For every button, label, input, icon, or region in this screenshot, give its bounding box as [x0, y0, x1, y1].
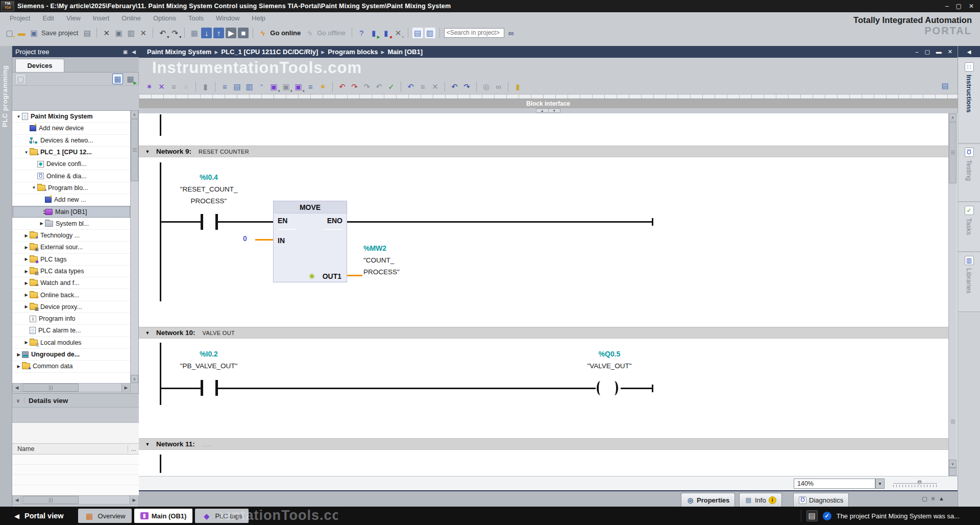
tree-item-main-ob1[interactable]: Main [OB1] — [12, 206, 131, 218]
go-online-label[interactable]: Go online — [270, 29, 301, 37]
scrollbar-thumb[interactable] — [22, 496, 79, 504]
operand-tag-valve-out[interactable]: %Q0.5 "VALVE_OUT" — [553, 348, 666, 372]
chevron-right-icon[interactable]: ▶ — [15, 352, 22, 357]
reset-start-values-icon[interactable]: ▮ — [200, 81, 211, 92]
undo-icon[interactable]: ↶▾ — [157, 28, 168, 38]
menu-insert[interactable]: Insert — [87, 13, 115, 23]
coil-symbol[interactable] — [597, 381, 604, 395]
split-editor-horizontal-icon[interactable]: ▤ — [412, 28, 423, 38]
minimize-icon[interactable]: – — [945, 3, 949, 10]
tree-item-program-info[interactable]: iProgram info — [12, 313, 131, 325]
portal-view-back-icon[interactable]: ◀ — [14, 512, 19, 520]
tree-item-devices-netwo[interactable]: Devices & netwo... — [12, 135, 131, 147]
collapse-network-icon[interactable]: ▼ — [139, 442, 156, 447]
details-view-header[interactable]: ∨ Details view — [12, 393, 139, 408]
delete-row-icon[interactable]: ≡ — [181, 81, 191, 92]
chevron-right-icon[interactable]: ▶ — [23, 257, 30, 261]
zoom-slider[interactable] — [893, 481, 937, 487]
chevron-right-icon[interactable]: ▶ — [23, 281, 30, 285]
symbolic-operands-icon[interactable]: ▣± — [293, 81, 304, 92]
menu-edit[interactable]: Edit — [37, 13, 59, 23]
absolute-operands-icon[interactable]: ▣± — [268, 81, 279, 92]
breadcrumb-item-1[interactable]: PLC_1 [CPU 1211C DC/DC/Rly] — [221, 48, 318, 56]
menu-online[interactable]: Online — [116, 13, 146, 23]
refresh-block-icon[interactable]: ↶ — [374, 81, 384, 92]
insert-network-icon[interactable]: ✶ — [144, 81, 155, 92]
tab-properties[interactable]: ◎ Properties — [681, 493, 735, 507]
tree-item-paint-mixing-system[interactable]: ▼Paint Mixing System — [12, 111, 131, 123]
stop-simulation-icon[interactable]: ▮■ — [381, 28, 391, 38]
scroll-down-icon[interactable]: ∨ — [949, 460, 957, 468]
hide-operands-icon[interactable]: ▣± — [281, 81, 291, 92]
search-input[interactable] — [444, 28, 504, 38]
tree-item-add-new-device[interactable]: ✶Add new device — [12, 123, 131, 134]
chevron-right-icon[interactable]: ▶ — [23, 269, 30, 274]
menu-tools[interactable]: Tools — [183, 13, 209, 23]
ladder-canvas[interactable]: ▼ Network 9: RESET COUNTER %I0.4 "RESET_… — [139, 113, 958, 476]
pin-panel-icon[interactable]: ▣ — [123, 49, 128, 55]
scroll-left-icon[interactable]: ◀ — [13, 384, 21, 392]
scrollbar-thumb[interactable] — [131, 119, 138, 181]
tree-item-device-proxy[interactable]: ▶▦Device proxy... — [12, 301, 131, 313]
tree-item-online-back[interactable]: ▶●Online back... — [12, 289, 131, 301]
table-view-icon[interactable]: ▦ — [112, 74, 123, 84]
go-offline-icon[interactable]: ϟ — [304, 28, 315, 38]
download-to-device-icon[interactable]: ↓ — [201, 28, 212, 38]
tree-item-system-bl[interactable]: ▶System bl... — [12, 218, 131, 230]
network-10-header[interactable]: ▼ Network 10: VALVE OUT — [139, 327, 948, 339]
taskcard-tab-tasks[interactable]: ✓Tasks — [958, 203, 980, 252]
tab-devices[interactable]: Devices — [15, 59, 64, 72]
collapse-network-icon[interactable]: ▼ — [139, 149, 156, 154]
operand-tag-reset-count[interactable]: %I0.4 "RESET_COUNT_ PROCESS" — [153, 172, 265, 207]
chevron-right-icon[interactable]: ▶ — [23, 304, 30, 309]
chevron-right-icon[interactable]: ▶ — [15, 364, 22, 369]
output-modifier-icon[interactable]: ✳ — [309, 272, 315, 280]
network-9-header[interactable]: ▼ Network 9: RESET COUNTER — [139, 146, 948, 157]
contact-symbol[interactable] — [201, 380, 203, 396]
network-11-header[interactable]: ▼ Network 11: ..... — [139, 438, 948, 450]
upload-from-device-icon[interactable]: ↑ — [213, 28, 224, 38]
cross-references-icon[interactable]: ✕✶ — [393, 28, 404, 38]
editor-settings-icon[interactable]: ▤ — [940, 80, 950, 91]
editor-tab-plc-tags[interactable]: ◆PLC tags — [195, 509, 248, 523]
tree-item-watch-and-f[interactable]: ▶∞Watch and f... — [12, 277, 131, 289]
copy-icon[interactable]: ▣ — [113, 28, 124, 38]
expand-taskcards-icon[interactable]: ◀ — [958, 46, 980, 57]
save-project-label[interactable]: Save project — [41, 29, 78, 37]
close-icon[interactable]: ✕ — [969, 3, 974, 10]
coil-symbol[interactable] — [610, 381, 618, 395]
in-constant-value[interactable]: 0 — [243, 234, 247, 243]
collapse-panel-icon[interactable]: ◀ — [132, 49, 136, 55]
block-interface-bar[interactable]: Block interface — [139, 99, 958, 108]
menu-project[interactable]: Project — [4, 13, 36, 23]
breadcrumb-item-2[interactable]: Program blocks — [328, 48, 378, 56]
start-simulation-icon[interactable]: ▮▶ — [369, 28, 379, 38]
tab-info[interactable]: ▤ Info i — [739, 493, 782, 507]
favorites-view-icon[interactable]: ≡ — [219, 81, 230, 92]
restore-icon[interactable]: ▢ — [956, 3, 962, 10]
scroll-left-icon[interactable]: ◀ — [13, 496, 21, 504]
list-panel-icon[interactable]: ≡ — [932, 495, 935, 502]
redo-icon[interactable]: ↷▾ — [169, 28, 180, 38]
open-project-icon[interactable]: ▬ — [16, 28, 27, 38]
breadcrumb-item-0[interactable]: Paint Mixing System — [147, 48, 211, 56]
operand-tag-pb-valve-out[interactable]: %I0.2 "PB_VALVE_OUT" — [153, 348, 265, 372]
tree-item-technology[interactable]: ▶✶Technology ... — [12, 230, 131, 242]
collapse-all-networks-icon[interactable]: ▥ — [244, 81, 255, 92]
go-online-icon[interactable]: ϟ — [257, 28, 268, 38]
editor-close-icon[interactable]: ✕ — [948, 49, 952, 55]
menu-options[interactable]: Options — [148, 13, 182, 23]
new-project-icon[interactable]: ▢✶ — [4, 28, 15, 38]
tree-item-plc-data-types[interactable]: ▶▤PLC data types — [12, 266, 131, 277]
chevron-down-icon[interactable]: ∨ — [12, 398, 24, 403]
tree-item-ungrouped-de[interactable]: ▶▬Ungrouped de... — [12, 349, 131, 361]
jump-back-icon[interactable]: ↶ — [405, 81, 416, 92]
zoom-level-select[interactable]: 140% — [794, 479, 875, 489]
insert-row-icon[interactable]: ≡ — [168, 81, 179, 92]
canvas-vertical-scrollbar[interactable]: ∧ ∨ — [948, 113, 957, 476]
chevron-down-icon[interactable]: ▼ — [15, 114, 22, 119]
scroll-up-icon[interactable]: ∧ — [131, 110, 138, 118]
tree-item-plc-tags[interactable]: ▶◆PLC tags — [12, 254, 131, 266]
previous-error-icon[interactable]: ↶ — [337, 81, 348, 92]
menu-view[interactable]: View — [61, 13, 86, 23]
